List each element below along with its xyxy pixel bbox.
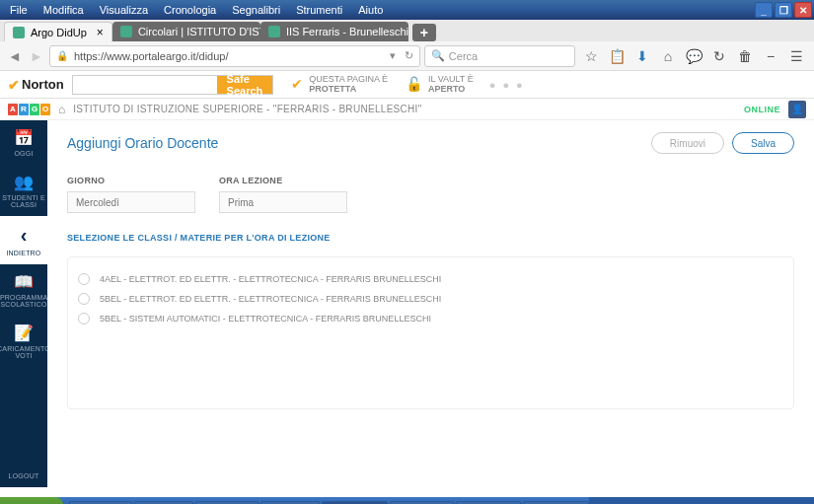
save-button[interactable]: Salva bbox=[732, 132, 794, 154]
browser-tab[interactable]: Argo DidUp × bbox=[4, 22, 112, 41]
user-avatar-icon[interactable]: 👤 bbox=[788, 101, 806, 118]
start-button[interactable]: start bbox=[0, 497, 63, 504]
norton-search-input[interactable] bbox=[73, 76, 217, 94]
class-list: 4AEL - ELETTROT. ED ELETTR. - ELETTROTEC… bbox=[67, 256, 794, 409]
norton-logo: ✔ Norton bbox=[8, 77, 64, 93]
people-icon: 👥 bbox=[14, 173, 34, 191]
field-label: ORA LEZIONE bbox=[219, 176, 347, 185]
browser-search-input[interactable]: 🔍 Cerca bbox=[424, 45, 575, 67]
window-maximize-button[interactable]: ❐ bbox=[775, 2, 792, 18]
norton-brand-text: Norton bbox=[22, 77, 64, 92]
menu-history[interactable]: Cronologia bbox=[156, 2, 224, 18]
chat-icon[interactable]: 💬 bbox=[686, 48, 702, 64]
star-icon[interactable]: ☆ bbox=[583, 48, 599, 64]
shield-icon: ✔ bbox=[291, 77, 303, 92]
menu-help[interactable]: Aiuto bbox=[350, 2, 391, 18]
sidebar-item-label: CARICAMENTO VOTI bbox=[0, 345, 50, 359]
remove-button[interactable]: Rimuovi bbox=[651, 132, 724, 154]
content-header: Aggiungi Orario Docente Rimuovi Salva bbox=[67, 132, 794, 154]
forward-button[interactable]: ► bbox=[28, 47, 45, 65]
argo-logo: ARGO bbox=[8, 104, 50, 115]
class-option[interactable]: 5BEL - ELETTROT. ED ELETTR. - ELETTROTEC… bbox=[78, 289, 783, 309]
browser-tab[interactable]: Circolari | ISTITUTO D'ISTRUZ... × bbox=[112, 22, 260, 41]
norton-toolbar: ✔ Norton Safe Search ✔ QUESTA PAGINA ÈPR… bbox=[0, 71, 814, 99]
calendar-icon: 📅 bbox=[14, 128, 34, 147]
day-input[interactable] bbox=[67, 191, 195, 213]
home-icon[interactable]: ⌂ bbox=[660, 48, 676, 64]
sidebar-item-label: INDIETRO bbox=[6, 250, 40, 256]
sidebar-item-today[interactable]: 📅 OGGI bbox=[0, 120, 47, 165]
clipboard-icon: 📝 bbox=[14, 324, 34, 342]
sidebar-item-program[interactable]: 📖 PROGRAMMA SCOLASTICO bbox=[0, 264, 47, 316]
safe-search-button[interactable]: Safe Search bbox=[217, 76, 273, 94]
section-label: SELEZIONE LE CLASSI / MATERIE PER L'ORA … bbox=[67, 233, 794, 243]
norton-page-status: ✔ QUESTA PAGINA ÈPROTETTA bbox=[291, 75, 388, 95]
content-area: Aggiungi Orario Docente Rimuovi Salva GI… bbox=[47, 120, 814, 487]
sidebar-item-label: LOGOUT bbox=[9, 472, 39, 479]
menu-icon[interactable]: ☰ bbox=[788, 48, 804, 64]
system-tray: IT | Documenti | Desktop » ◐ ❮ ▣ 20.58 bbox=[589, 497, 814, 504]
field-hour: ORA LEZIONE bbox=[219, 176, 347, 213]
sidebar-item-grades[interactable]: 📝 CARICAMENTO VOTI bbox=[0, 316, 47, 367]
radio-icon[interactable] bbox=[78, 293, 90, 305]
url-text: https://www.portaleargo.it/didup/ bbox=[74, 50, 229, 62]
minus-icon[interactable]: − bbox=[763, 48, 778, 64]
main-layout: 📅 OGGI 👥 STUDENTI E CLASSI ‹ INDIETRO 📖 … bbox=[0, 120, 814, 487]
window-close-button[interactable]: ✕ bbox=[794, 2, 812, 18]
refresh-icon[interactable]: ↻ bbox=[711, 48, 727, 64]
class-label: 5BEL - SISTEMI AUTOMATICI - ELETTROTECNI… bbox=[100, 314, 431, 324]
tab-favicon-icon bbox=[13, 27, 25, 38]
menu-view[interactable]: Visualizza bbox=[92, 2, 156, 18]
dropdown-icon[interactable]: ▾ ↻ bbox=[390, 49, 413, 62]
url-input[interactable]: 🔒 https://www.portaleargo.it/didup/ ▾ ↻ bbox=[49, 45, 420, 67]
sidebar: 📅 OGGI 👥 STUDENTI E CLASSI ‹ INDIETRO 📖 … bbox=[0, 120, 47, 487]
class-option[interactable]: 5BEL - SISTEMI AUTOMATICI - ELETTROTECNI… bbox=[78, 309, 783, 328]
menu-file[interactable]: File bbox=[2, 2, 36, 18]
menu-bookmarks[interactable]: Segnalibri bbox=[224, 2, 288, 18]
norton-more-icon[interactable]: ● ● ● bbox=[489, 79, 525, 91]
sidebar-item-label: PROGRAMMA SCOLASTICO bbox=[0, 294, 47, 308]
online-status: ONLINE bbox=[744, 105, 780, 114]
tab-favicon-icon bbox=[268, 26, 280, 37]
class-label: 5BEL - ELETTROT. ED ELETTR. - ELETTROTEC… bbox=[100, 294, 441, 304]
menu-tools[interactable]: Strumenti bbox=[288, 2, 350, 18]
tab-favicon-icon bbox=[120, 26, 132, 37]
field-day: GIORNO bbox=[67, 176, 195, 213]
download-icon[interactable]: ⬇ bbox=[634, 48, 650, 64]
school-name: ISTITUTO DI ISTRUZIONE SUPERIORE - "FERR… bbox=[73, 104, 421, 114]
lock-icon: 🔒 bbox=[56, 50, 68, 61]
class-label: 4AEL - ELETTROT. ED ELETTR. - ELETTROTEC… bbox=[100, 274, 441, 284]
sidebar-item-students[interactable]: 👥 STUDENTI E CLASSI bbox=[0, 165, 47, 216]
window-menubar: File Modifica Visualizza Cronologia Segn… bbox=[0, 0, 814, 20]
back-button[interactable]: ◄ bbox=[6, 47, 24, 65]
search-placeholder: Cerca bbox=[449, 50, 478, 62]
field-label: GIORNO bbox=[67, 176, 195, 185]
trash-icon[interactable]: 🗑 bbox=[737, 48, 753, 64]
new-tab-button[interactable]: + bbox=[412, 24, 436, 41]
form-row: GIORNO ORA LEZIONE bbox=[67, 170, 794, 213]
sidebar-item-back[interactable]: ‹ INDIETRO bbox=[0, 216, 47, 264]
tab-label: IIS Ferraris - Brunelleschi bbox=[286, 26, 408, 37]
sidebar-item-label: STUDENTI E CLASSI bbox=[2, 194, 45, 208]
hour-input[interactable] bbox=[219, 191, 347, 213]
norton-vault-status: 🔓 IL VAULT ÈAPERTO bbox=[406, 75, 474, 95]
norton-search[interactable]: Safe Search bbox=[72, 75, 274, 95]
norton-check-icon: ✔ bbox=[8, 77, 20, 93]
class-option[interactable]: 4AEL - ELETTROT. ED ELETTR. - ELETTROTEC… bbox=[78, 269, 783, 289]
menu-edit[interactable]: Modifica bbox=[36, 2, 92, 18]
browser-tab-strip: Argo DidUp × Circolari | ISTITUTO D'ISTR… bbox=[0, 20, 814, 41]
chevron-left-icon: ‹ bbox=[21, 224, 28, 247]
sidebar-item-logout[interactable]: LOGOUT bbox=[0, 465, 47, 487]
tab-close-icon[interactable]: × bbox=[97, 26, 104, 39]
sidebar-item-label: OGGI bbox=[14, 150, 33, 157]
home-icon[interactable]: ⌂ bbox=[58, 103, 65, 116]
page-title: Aggiungi Orario Docente bbox=[67, 135, 218, 151]
radio-icon[interactable] bbox=[78, 313, 90, 324]
app-header: ARGO ⌂ ISTITUTO DI ISTRUZIONE SUPERIORE … bbox=[0, 99, 814, 120]
book-icon: 📖 bbox=[14, 272, 34, 291]
window-minimize-button[interactable]: _ bbox=[755, 2, 773, 18]
radio-icon[interactable] bbox=[78, 273, 90, 285]
clipboard-icon[interactable]: 📋 bbox=[609, 48, 625, 64]
browser-tab[interactable]: IIS Ferraris - Brunelleschi × bbox=[260, 22, 408, 41]
tab-label: Argo DidUp bbox=[31, 27, 87, 38]
